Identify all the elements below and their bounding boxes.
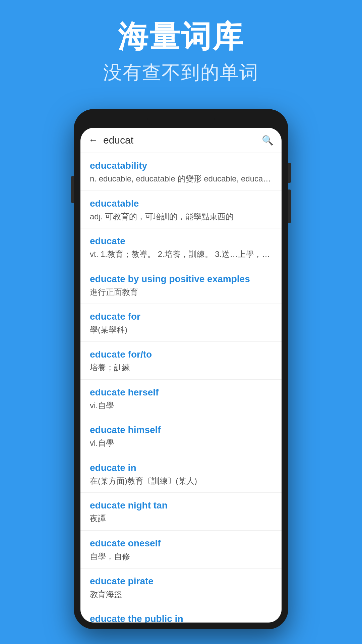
header-subtitle: 没有查不到的单词 [13, 60, 349, 86]
phone-wrapper: ← educat 🔍 educatabilityn. educable, edu… [74, 109, 288, 629]
result-title: educate herself [90, 387, 272, 398]
list-item[interactable]: educate himselfvi.自學 [80, 417, 282, 455]
side-button-right-bottom [288, 190, 291, 223]
result-desc: 進行正面教育 [90, 286, 272, 298]
back-button[interactable]: ← [88, 135, 98, 146]
result-title: educate oneself [90, 538, 272, 549]
list-item[interactable]: educate the public in方面教育公眾 [80, 606, 282, 623]
phone-frame: ← educat 🔍 educatabilityn. educable, edu… [74, 109, 288, 629]
result-title: educate by using positive examples [90, 274, 272, 284]
side-button-right-top [288, 163, 291, 183]
result-title: educate himself [90, 425, 272, 435]
list-item[interactable]: educate herselfvi.自學 [80, 380, 282, 418]
result-desc: vi.自學 [90, 437, 272, 449]
list-item[interactable]: educate in在(某方面)教育〔訓練〕(某人) [80, 455, 282, 493]
result-desc: 自學，自修 [90, 551, 272, 562]
phone-notch [147, 116, 215, 125]
result-title: educate the public in [90, 613, 272, 623]
list-item[interactable]: educate night tan夜譚 [80, 493, 282, 531]
header-area: 海量词库 没有查不到的单词 [0, 0, 362, 99]
result-desc: n. educable, educatable 的變形 educable, ed… [90, 173, 272, 184]
list-item[interactable]: educate oneself自學，自修 [80, 531, 282, 569]
search-icon[interactable]: 🔍 [262, 135, 274, 146]
search-bar: ← educat 🔍 [80, 128, 282, 153]
result-title: educate in [90, 463, 272, 473]
list-item[interactable]: educate by using positive examples進行正面教育 [80, 266, 282, 304]
list-item[interactable]: educatabilityn. educable, educatable 的變形… [80, 153, 282, 191]
result-title: educate night tan [90, 500, 272, 511]
phone-screen: ← educat 🔍 educatabilityn. educable, edu… [80, 128, 282, 623]
result-desc: vt. 1.教育；教導。 2.培養，訓練。 3.送…上學，為…負擔學費。 n..… [90, 249, 272, 260]
result-desc: adj. 可教育的，可培訓的，能學點東西的 [90, 211, 272, 222]
list-item[interactable]: educate pirate教育海盜 [80, 569, 282, 606]
result-title: educate [90, 236, 272, 247]
result-desc: 教育海盜 [90, 589, 272, 600]
result-desc: 學(某學科) [90, 324, 272, 335]
result-title: educate pirate [90, 576, 272, 587]
result-title: educatable [90, 198, 272, 209]
result-title: educate for/to [90, 349, 272, 360]
list-item[interactable]: educatevt. 1.教育；教導。 2.培養，訓練。 3.送…上學，為…負擔… [80, 228, 282, 266]
list-item[interactable]: educate for/to培養；訓練 [80, 342, 282, 380]
header-title: 海量词库 [13, 20, 349, 53]
results-list: educatabilityn. educable, educatable 的變形… [80, 153, 282, 623]
list-item[interactable]: educate for學(某學科) [80, 304, 282, 342]
result-title: educatability [90, 160, 272, 171]
result-desc: 培養；訓練 [90, 362, 272, 373]
result-desc: 在(某方面)教育〔訓練〕(某人) [90, 475, 272, 487]
side-button-left [71, 176, 74, 203]
result-desc: vi.自學 [90, 400, 272, 411]
result-desc: 夜譚 [90, 513, 272, 524]
search-input[interactable]: educat [103, 135, 256, 146]
list-item[interactable]: educatableadj. 可教育的，可培訓的，能學點東西的 [80, 191, 282, 229]
result-title: educate for [90, 311, 272, 322]
